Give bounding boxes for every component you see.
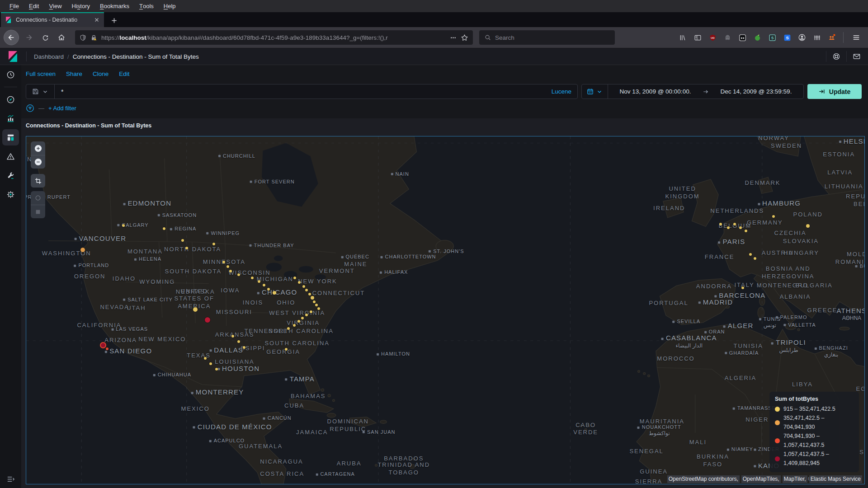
map-data-point[interactable] bbox=[243, 346, 245, 349]
cookie-icon[interactable] bbox=[737, 33, 747, 42]
map-data-point[interactable] bbox=[237, 340, 240, 343]
attribution-link[interactable]: MapTiler, bbox=[783, 475, 807, 483]
menu-item-help[interactable]: Help bbox=[159, 0, 181, 12]
map-data-point[interactable] bbox=[754, 257, 756, 260]
map-data-point[interactable] bbox=[251, 277, 254, 279]
map-data-point[interactable] bbox=[315, 304, 318, 306]
map-data-point[interactable] bbox=[311, 296, 314, 300]
map-data-point[interactable] bbox=[209, 362, 212, 365]
back-button[interactable] bbox=[4, 30, 19, 45]
edit-link[interactable]: Edit bbox=[119, 70, 129, 77]
date-quick-menu[interactable] bbox=[582, 84, 608, 99]
map-data-point[interactable] bbox=[739, 226, 742, 229]
attribution-link[interactable]: Elastic Maps Service bbox=[809, 475, 862, 483]
reload-button[interactable] bbox=[37, 30, 53, 45]
tracking-shield-icon[interactable] bbox=[80, 34, 86, 41]
forward-button[interactable] bbox=[21, 30, 37, 45]
map-data-point[interactable] bbox=[263, 284, 265, 286]
map-data-point[interactable] bbox=[204, 357, 207, 360]
map-data-point[interactable] bbox=[749, 253, 752, 256]
draw-rect-button[interactable] bbox=[31, 205, 45, 218]
map-data-point[interactable] bbox=[287, 327, 290, 330]
menu-item-tools[interactable]: Tools bbox=[134, 0, 159, 12]
menu-item-file[interactable]: File bbox=[5, 0, 24, 12]
map-data-point[interactable] bbox=[80, 248, 85, 252]
map-data-point[interactable] bbox=[301, 317, 304, 319]
sidebar-item-dev-tools[interactable] bbox=[0, 166, 21, 185]
map-data-point[interactable] bbox=[101, 343, 105, 347]
sidebar-item-management[interactable] bbox=[0, 185, 21, 204]
map-data-point[interactable] bbox=[305, 314, 308, 316]
map-data-point[interactable] bbox=[305, 289, 308, 291]
query-input[interactable]: * Lucene bbox=[26, 84, 578, 99]
date-start[interactable]: Nov 13, 2009 @ 00:00:00. bbox=[620, 88, 691, 95]
filter-icon[interactable] bbox=[26, 104, 34, 113]
query-value[interactable]: * bbox=[55, 88, 552, 95]
clone-link[interactable]: Clone bbox=[93, 70, 108, 77]
map-data-point[interactable] bbox=[310, 310, 312, 313]
menu-item-bookmarks[interactable]: Bookmarks bbox=[95, 0, 134, 12]
map-data-point[interactable] bbox=[727, 226, 730, 229]
map-data-point[interactable] bbox=[122, 224, 125, 227]
sidebar-item-dashboard[interactable] bbox=[0, 128, 21, 147]
map-data-point[interactable] bbox=[215, 368, 218, 371]
nav-collapse-icon[interactable] bbox=[6, 475, 15, 483]
saved-query-button[interactable] bbox=[26, 84, 55, 99]
map-data-point[interactable] bbox=[185, 247, 188, 249]
browser-tab[interactable]: Connections - Destinatio bbox=[1, 12, 104, 27]
new-tab-button[interactable] bbox=[107, 14, 121, 27]
map-data-point[interactable] bbox=[297, 320, 300, 323]
map-data-point[interactable] bbox=[229, 270, 232, 272]
bookmark-star-icon[interactable] bbox=[461, 34, 468, 42]
query-language-toggle[interactable]: Lucene bbox=[552, 88, 577, 95]
box-select-button[interactable] bbox=[31, 174, 45, 188]
menu-item-view[interactable]: View bbox=[44, 0, 66, 12]
date-end[interactable]: Dec 14, 2009 @ 23:59:59. bbox=[721, 88, 792, 95]
ghost-icon[interactable] bbox=[722, 33, 732, 42]
map-data-point[interactable] bbox=[719, 223, 722, 225]
map-data-point[interactable] bbox=[733, 223, 736, 225]
draw-circle-button[interactable] bbox=[31, 191, 45, 205]
sidebar-item-visualize[interactable] bbox=[0, 109, 21, 128]
newsfeed-icon[interactable] bbox=[853, 52, 861, 61]
page-actions-icon[interactable] bbox=[450, 34, 457, 41]
map-data-point[interactable] bbox=[772, 215, 775, 218]
attribution-link[interactable]: OpenStreetMap contributors, bbox=[667, 475, 740, 483]
browser-search[interactable]: Search bbox=[479, 30, 615, 45]
home-button[interactable] bbox=[53, 30, 70, 45]
add-filter-link[interactable]: + Add filter bbox=[48, 105, 76, 112]
coordinate-map[interactable]: CHURCHILLFORT SEVERNNAINPRINCE RUPERTEDM… bbox=[26, 136, 865, 484]
library-icon[interactable] bbox=[678, 33, 688, 42]
ublock-icon[interactable]: UO bbox=[708, 33, 717, 42]
sidebar-item-discover[interactable] bbox=[0, 90, 21, 109]
containers-icon[interactable] bbox=[812, 33, 822, 42]
map-data-point[interactable] bbox=[193, 307, 198, 312]
map-data-point[interactable] bbox=[212, 243, 215, 245]
kibana-logo[interactable] bbox=[7, 51, 19, 62]
orange-people-icon[interactable] bbox=[827, 33, 837, 42]
sidebar-item-recent[interactable] bbox=[0, 65, 21, 84]
menu-item-edit[interactable]: Edit bbox=[24, 0, 44, 12]
map-data-point[interactable] bbox=[293, 324, 296, 327]
map-data-point[interactable] bbox=[226, 265, 229, 268]
zoom-in-button[interactable] bbox=[31, 141, 45, 155]
update-button[interactable]: Update bbox=[807, 84, 862, 99]
map-data-point[interactable] bbox=[222, 261, 225, 263]
lock-warning-icon[interactable] bbox=[90, 34, 97, 41]
tab-close-icon[interactable] bbox=[94, 17, 100, 23]
url-bar[interactable]: https://localhost/kibana/app/kibana#/das… bbox=[75, 30, 473, 45]
full-screen-link[interactable]: Full screen bbox=[26, 70, 56, 77]
sidebar-icon[interactable] bbox=[693, 33, 703, 42]
attribution-link[interactable]: OpenMapTiles, bbox=[741, 475, 781, 483]
help-icon[interactable] bbox=[832, 52, 840, 61]
breadcrumb-dashboard[interactable]: Dashboard bbox=[34, 53, 64, 60]
menu-hamburger-icon[interactable] bbox=[848, 30, 864, 45]
map-data-point[interactable] bbox=[317, 307, 320, 310]
map-data-point[interactable] bbox=[745, 230, 747, 232]
map-data-point[interactable] bbox=[205, 317, 210, 323]
green-ext-icon[interactable] bbox=[752, 33, 762, 42]
blue-s-icon[interactable]: S bbox=[782, 33, 792, 42]
map-data-point[interactable] bbox=[273, 291, 276, 295]
stylus-icon[interactable]: S bbox=[767, 33, 777, 42]
map-data-point[interactable] bbox=[285, 348, 288, 351]
